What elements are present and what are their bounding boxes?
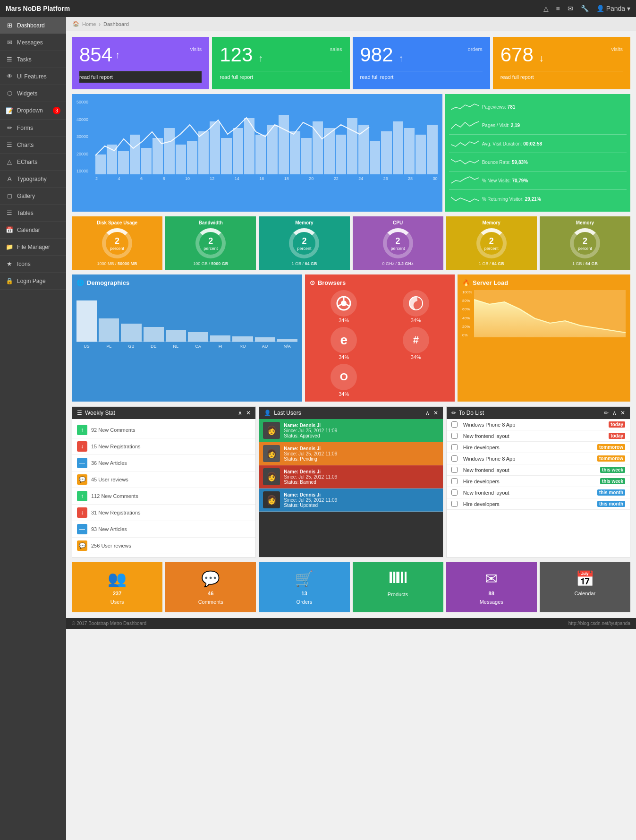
sidebar-item-calendar[interactable]: 📅 Calendar — [0, 222, 66, 239]
breadcrumb-home[interactable]: Home — [82, 21, 96, 27]
stat-box-sales[interactable]: 123 ↑ sales read full report — [212, 37, 349, 89]
todo-label-5[interactable]: New frontend layout — [451, 467, 600, 473]
sidebar-item-typography[interactable]: A Typography — [0, 171, 66, 188]
demo-bar-de — [144, 327, 164, 342]
demographics-title: Demographics — [87, 279, 129, 286]
echarts-icon: △ — [6, 158, 13, 165]
bar — [427, 125, 437, 174]
todo-checkbox-4[interactable] — [451, 455, 458, 462]
tile-users[interactable]: 👥 237 Users — [72, 562, 162, 612]
todo-checkbox-5[interactable] — [451, 467, 458, 473]
todo-checkbox-2[interactable] — [451, 433, 458, 439]
close-icon[interactable]: ✕ — [620, 410, 625, 416]
ie-icon: e — [331, 327, 357, 353]
gauge-memory3: Memory 2 percent 1 GB / 64 GB — [540, 216, 630, 270]
todo-checkbox-3[interactable] — [451, 444, 458, 450]
sidebar-item-tasks[interactable]: ☰ Tasks — [0, 51, 66, 68]
gauge-unit-memory2: percent — [484, 246, 499, 251]
svg-rect-12 — [391, 572, 392, 583]
sidebar-item-filemanager[interactable]: 📁 File Manager — [0, 239, 66, 256]
stat-label-orders: orders — [468, 46, 483, 52]
demographics-card: 🌐 Demographics — [72, 274, 302, 402]
footer-left: © 2017 Bootstrap Metro Dashboard — [72, 621, 146, 626]
chevron-up-icon[interactable]: ∧ — [612, 410, 617, 416]
sidebar-item-widgets[interactable]: ⬡ Widgets — [0, 85, 66, 102]
browsers-card: ⊙ Browsers 34% — [305, 274, 455, 402]
stat-box-visits[interactable]: 854 ↑ visits read full report — [72, 37, 209, 89]
todo-text-2: New frontend layout — [463, 433, 509, 439]
gauge-title-diskspace: Disk Space Usage — [76, 220, 159, 225]
sidebar-item-dropdown[interactable]: 📝 Dropdown 3 — [0, 102, 66, 120]
todo-checkbox-1[interactable] — [451, 421, 458, 428]
analytic-value-newvisits: 70,79% — [512, 178, 528, 183]
stat-box-orders[interactable]: 982 ↑ orders read full report — [353, 37, 490, 89]
todo-badge-4: tommorow — [597, 455, 625, 462]
topbar-icons: △ ≡ ✉ 🔧 👤 Panda ▾ — [543, 5, 630, 12]
firefox-pct: 34% — [411, 317, 421, 323]
close-icon[interactable]: ✕ — [246, 410, 251, 416]
sidebar-item-charts[interactable]: ☰ Charts — [0, 137, 66, 154]
stat-number-visits2: 678 ↓ — [500, 43, 544, 66]
widgets-icon: ⬡ — [6, 90, 13, 97]
products-icon — [357, 570, 439, 589]
todo-checkbox-8[interactable] — [451, 501, 458, 507]
wrench-icon[interactable]: 🔧 — [581, 5, 589, 12]
todo-label-4[interactable]: Windows Phone 8 App — [451, 455, 597, 462]
todo-label-6[interactable]: Hire developers — [451, 478, 600, 484]
tile-comments[interactable]: 💬 46 Comments — [165, 562, 256, 612]
charts-icon: ☰ — [6, 141, 13, 148]
tile-orders[interactable]: 🛒 13 Orders — [259, 562, 349, 612]
stat-footer-visits[interactable]: read full report — [79, 71, 202, 83]
sidebar-item-icons[interactable]: ★ Icons — [0, 256, 66, 273]
sidebar-item-gallery[interactable]: ◻ Gallery — [0, 188, 66, 205]
browsers-grid: 34% 34% e 34% — [310, 290, 450, 397]
todo-label-1[interactable]: Windows Phone 8 App — [451, 421, 609, 428]
analytic-row-newvisits: % New Visits: 70,79% — [449, 171, 627, 190]
weekly-item-6: ↓ 31 New Registrations — [72, 505, 255, 521]
menu-icon[interactable]: ≡ — [556, 5, 560, 12]
dropdown-badge: 3 — [53, 107, 60, 114]
sidebar-item-messages[interactable]: ✉ Messages — [0, 34, 66, 51]
tile-messages[interactable]: ✉ 88 Messages — [446, 562, 537, 612]
weekly-stat-title: Weekly Stat — [85, 410, 115, 416]
todo-label-3[interactable]: Hire developers — [451, 444, 597, 450]
sidebar-item-login[interactable]: 🔒 Login Page — [0, 273, 66, 290]
todo-checkbox-6[interactable] — [451, 478, 458, 484]
sidebar-item-dashboard[interactable]: ⊞ Dashboard — [0, 17, 66, 34]
stat-footer-visits2[interactable]: read full report — [500, 71, 623, 80]
gauge-circle-diskspace: 2 percent — [102, 228, 132, 258]
close-icon[interactable]: ✕ — [433, 410, 438, 416]
tile-products[interactable]: Products — [353, 562, 443, 612]
todo-badge-6: this week — [600, 478, 625, 484]
todo-label-7[interactable]: New frontend layout — [451, 489, 597, 496]
user-menu[interactable]: 👤 Panda ▾ — [596, 5, 630, 12]
down-arrow-icon-2: ↓ — [77, 507, 87, 518]
sidebar-label: UI Features — [17, 73, 47, 80]
sidebar-item-ui-features[interactable]: 👁 UI Features — [0, 68, 66, 85]
sidebar-label: Tasks — [17, 56, 32, 63]
todo-label-8[interactable]: Hire developers — [451, 501, 597, 507]
analytic-label: Pages / Visit: — [482, 123, 509, 128]
chevron-up-icon[interactable]: ∧ — [425, 410, 430, 416]
chevron-up-icon[interactable]: ∧ — [238, 410, 242, 416]
weekly-item-1: ↑ 92 New Comments — [72, 422, 255, 438]
todo-widget: ✏ To Do List ✏ ∧ ✕ Win — [446, 406, 630, 557]
weekly-text-3: 36 New Articles — [91, 460, 127, 466]
sidebar-item-echarts[interactable]: △ ECharts — [0, 154, 66, 171]
tile-calendar[interactable]: 📅 Calendar — [540, 562, 630, 612]
todo-text-8: Hire developers — [463, 501, 500, 507]
pencil-icon[interactable]: ✏ — [604, 410, 609, 416]
sidebar-item-forms[interactable]: ✏ Forms — [0, 120, 66, 137]
demo-bar-ru — [232, 336, 253, 342]
mail-icon[interactable]: ✉ — [568, 5, 573, 12]
alert-icon[interactable]: △ — [543, 5, 549, 12]
sidebar-item-tables[interactable]: ☰ Tables — [0, 205, 66, 222]
tile-orders-count: 13 — [263, 591, 345, 596]
gauge-circle-memory3: 2 percent — [570, 228, 600, 258]
todo-label-2[interactable]: New frontend layout — [451, 433, 609, 439]
todo-checkbox-7[interactable] — [451, 489, 458, 496]
stat-footer-orders[interactable]: read full report — [360, 71, 483, 80]
spark-bounce — [451, 155, 479, 169]
stat-footer-sales[interactable]: read full report — [220, 71, 342, 80]
stat-box-visits2[interactable]: 678 ↓ visits read full report — [493, 37, 630, 89]
